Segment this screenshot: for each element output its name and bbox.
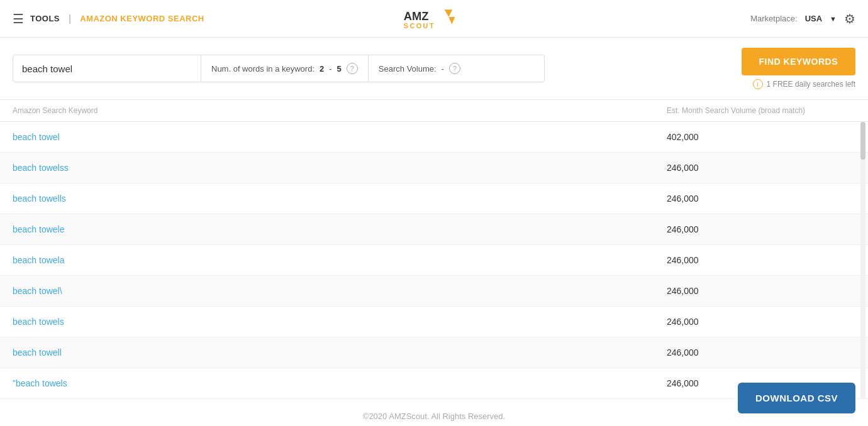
words-min-value[interactable]: 2 xyxy=(320,64,324,74)
volume-cell: 246,000 xyxy=(667,347,855,358)
svg-marker-1 xyxy=(445,9,453,17)
keyword-cell: beach towelss xyxy=(13,163,667,173)
keyword-cell: "beach towels xyxy=(13,378,667,388)
keyword-input[interactable] xyxy=(22,63,192,74)
keyword-cell: beach towell xyxy=(13,347,667,358)
table-row[interactable]: beach towela 246,000 xyxy=(0,245,868,276)
keyword-cell: beach towele xyxy=(13,224,667,234)
volume-dash: - xyxy=(442,64,444,74)
download-csv-button[interactable]: DOWNLOAD CSV xyxy=(738,383,855,413)
marketplace-value: USA xyxy=(805,14,822,23)
scrollbar-track[interactable] xyxy=(860,122,865,399)
free-searches-text: 1 FREE daily searches left xyxy=(767,80,855,89)
table-header: Amazon Search Keyword Est. Month Search … xyxy=(0,100,868,122)
words-dash: - xyxy=(329,64,331,74)
volume-help-icon[interactable]: ? xyxy=(449,63,460,74)
tools-label: TOOLS xyxy=(30,14,60,23)
words-filter: Num. of words in a keyword: 2 - 5 ? xyxy=(201,55,369,82)
header-right: Marketplace: USA ▼ ⚙ xyxy=(750,11,855,26)
table-row[interactable]: beach towell 246,000 xyxy=(0,337,868,368)
hamburger-icon[interactable]: ☰ xyxy=(13,11,24,26)
search-area: Num. of words in a keyword: 2 - 5 ? Sear… xyxy=(0,38,868,100)
volume-cell: 246,000 xyxy=(667,286,855,296)
keyword-cell: beach towel\ xyxy=(13,286,667,296)
keyword-cell: beach towells xyxy=(13,194,667,204)
table-row[interactable]: beach towells 246,000 xyxy=(0,183,868,214)
header: ☰ TOOLS | AMAZON KEYWORD SEARCH AMZ SCOU… xyxy=(0,0,868,38)
header-subtitle: AMAZON KEYWORD SEARCH xyxy=(80,14,204,23)
col-volume-header: Est. Month Search Volume (broad match) xyxy=(667,106,855,115)
volume-filter: Search Volume: - ? xyxy=(369,55,545,82)
keyword-cell: beach towela xyxy=(13,255,667,265)
svg-text:SCOUT: SCOUT xyxy=(404,22,435,30)
results-table: Amazon Search Keyword Est. Month Search … xyxy=(0,100,868,399)
amzscout-logo: AMZ SCOUT xyxy=(403,4,465,33)
free-searches: i 1 FREE daily searches left xyxy=(753,79,855,89)
marketplace-label: Marketplace: xyxy=(750,14,797,23)
gear-icon[interactable]: ⚙ xyxy=(844,11,855,26)
volume-label: Search Volume: xyxy=(379,64,437,74)
svg-marker-2 xyxy=(448,17,455,25)
volume-cell: 246,000 xyxy=(667,255,855,265)
table-row[interactable]: beach towel\ 246,000 xyxy=(0,276,868,307)
find-keywords-button[interactable]: FIND KEYWORDS xyxy=(742,48,856,75)
col-keyword-header: Amazon Search Keyword xyxy=(13,106,667,115)
info-icon: i xyxy=(753,79,763,89)
table-row[interactable]: beach towelss 246,000 xyxy=(0,153,868,183)
keyword-cell: beach towel xyxy=(13,132,667,142)
logo: AMZ SCOUT xyxy=(403,4,465,33)
volume-cell: 246,000 xyxy=(667,194,855,204)
keyword-input-wrap[interactable] xyxy=(13,55,201,82)
volume-cell: 246,000 xyxy=(667,317,855,327)
table-row[interactable]: beach towel 402,000 xyxy=(0,122,868,153)
words-filter-label: Num. of words in a keyword: xyxy=(211,64,314,74)
volume-cell: 402,000 xyxy=(667,132,855,142)
header-left: ☰ TOOLS | AMAZON KEYWORD SEARCH xyxy=(13,11,204,26)
header-separator: | xyxy=(69,13,71,25)
marketplace-dropdown-arrow[interactable]: ▼ xyxy=(830,15,837,23)
keyword-cell: beach towels xyxy=(13,317,667,327)
table-row[interactable]: beach towels 246,000 xyxy=(0,307,868,337)
table-body: beach towel 402,000 beach towelss 246,00… xyxy=(0,122,868,399)
svg-text:AMZ: AMZ xyxy=(404,9,429,23)
words-max-value[interactable]: 5 xyxy=(337,64,342,74)
copyright-text: ©2020 AMZScout. All Rights Reserved. xyxy=(363,412,505,421)
words-help-icon[interactable]: ? xyxy=(347,63,358,74)
table-row[interactable]: beach towele 246,000 xyxy=(0,214,868,245)
volume-cell: 246,000 xyxy=(667,163,855,173)
scrollbar-thumb[interactable] xyxy=(860,122,865,160)
volume-cell: 246,000 xyxy=(667,224,855,234)
